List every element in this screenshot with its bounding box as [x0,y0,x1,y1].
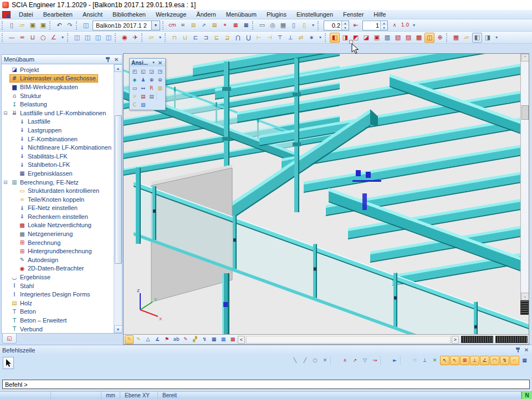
close-icon[interactable]: ✕ [113,57,120,63]
tree-expander-icon[interactable]: ⊟ [3,180,9,185]
activity-tool-icon[interactable]: ◫ [424,33,434,43]
docked-bar-2[interactable] [495,336,528,343]
separator[interactable] [400,356,410,365]
area-tool-icon[interactable]: ▽ [360,356,370,365]
tree-item[interactable]: I Stahl [2,282,113,290]
toolbar-overflow-icon[interactable]: ▾ [310,21,316,30]
view-front-icon[interactable]: ◱ [139,68,147,75]
cursor-mode-icon[interactable]: ► [390,356,400,365]
snap-midpoint-icon[interactable]: ↖ [440,356,449,365]
scroll-right-icon[interactable]: > [452,336,459,344]
document-icon[interactable]: ▯ [289,21,299,30]
toolbar-overflow-icon[interactable]: ▾ [493,33,500,43]
new-document-icon[interactable]: ▯ [7,21,17,30]
tree-item[interactable]: ▤ Holz [2,299,113,308]
load-draw-icon[interactable]: ✎ [181,335,190,344]
tree-item[interactable]: T Beton [2,308,113,316]
table-results-icon[interactable]: ▦ [241,21,251,30]
view-top-icon[interactable]: ◳ [156,68,164,75]
menu-item[interactable]: Bearbeiten [38,11,78,18]
open-folder-icon[interactable]: ▱ [146,33,156,43]
tree-item[interactable]: ⇓ LF-Kombinationen [2,135,113,144]
snap-intersection-icon[interactable]: ⊠ [460,356,469,365]
activity-tool-icon[interactable]: ▣ [372,33,382,43]
section-display-icon[interactable]: ▦ [219,335,228,344]
paste-special-icon[interactable]: ◫ [104,33,114,43]
menubaum-tab[interactable]: ◱ [2,334,17,344]
tree-item[interactable]: ∞ Teile/Knoten koppeln [2,195,113,204]
tree-item[interactable]: # Linienraster und Geschosse [2,74,113,83]
load-scale-icon[interactable]: ⇤ [351,21,361,30]
window-split-icon[interactable]: ◫ [81,21,91,30]
separator[interactable] [380,356,390,365]
save-all-icon[interactable]: ▣ [38,21,48,30]
export-icon[interactable]: ⇗ [199,21,209,30]
tree-item[interactable]: ⇓ Lastfälle [2,117,113,126]
dropdown-arrow-icon[interactable]: ▼ [151,21,160,30]
engineering-report-icon[interactable]: ▦ [231,21,241,30]
menu-item[interactable]: Ändern [191,11,221,18]
modeling-tool-icon[interactable]: ⊓ [170,33,180,43]
separator[interactable] [156,93,164,100]
save-icon[interactable]: ▣ [28,21,38,30]
viewport-hscrollbar[interactable] [246,336,451,344]
undo-icon[interactable]: ↶ [54,21,64,30]
rendering-icon[interactable]: ▨ [139,101,147,109]
view-parameters-locked-icon[interactable]: ▤ [148,93,156,100]
modeling-tool-icon[interactable]: ⊢ [254,33,264,43]
pin-icon[interactable] [105,57,111,63]
close-icon[interactable]: ✕ [157,60,163,66]
circle-snap-icon[interactable]: ○ [310,356,320,365]
load-scale-spinner[interactable]: 0.2 ▲▼ [324,21,349,30]
spinner-arrows[interactable]: ▲▼ [380,21,387,30]
tree-item[interactable]: ✎ Autodesign [2,255,113,264]
labels-icon[interactable]: ab [172,335,181,344]
fly-view-icon[interactable]: ✈ [130,33,140,43]
angle-display-icon[interactable]: ∡ [153,335,162,344]
dimension-line-icon[interactable]: = [17,33,27,43]
tree-item[interactable]: ⌂ Struktur [2,91,113,100]
spinner-arrows[interactable]: ▲▼ [341,21,349,30]
snap-length-icon[interactable]: ⌐ [510,356,519,365]
tree-item[interactable]: ▩ Lokale Netzverdichtung [2,221,113,230]
activity-tool-icon[interactable]: ▩ [414,33,424,43]
move-tool-icon[interactable]: ↗ [350,356,360,365]
layers-icon[interactable]: ≡ [178,21,188,30]
3d-model-view[interactable]: Z X Y Ansi... ▼ ✕ ◰◱◲◳◈♟⊕⊖▭↔R▥☼▤▤C▨ [124,54,529,334]
modeling-tool-icon[interactable]: ⊏ [191,33,201,43]
modeling-tool-icon[interactable]: ⊒ [222,33,232,43]
viewport-vscrollbar[interactable]: ⌃ ⌄ [520,54,529,300]
pin-icon[interactable] [515,347,521,353]
walk-through-icon[interactable]: ♟ [139,76,147,84]
node-tool-icon[interactable]: ∧ [340,356,350,365]
docked-bar-vertical[interactable] [520,300,529,315]
activity-tool-icon[interactable]: ◨ [340,33,350,43]
menu-item[interactable]: Einstellungen [291,11,338,18]
snap-percent-icon[interactable]: ↯ [500,356,509,365]
modeling-tool-icon[interactable]: ⇄ [296,33,306,43]
project-dropdown[interactable]: Balkon1b 2017.1 2 ▼ [93,21,160,30]
zoom-out-icon[interactable]: ⊖ [156,76,164,84]
tree-item[interactable]: ▦ Ergebnisklassen [2,169,113,178]
table-composer-icon[interactable]: ▦ [278,21,288,30]
modeling-tool-icon[interactable]: ⊑ [212,33,222,43]
grid-settings-icon[interactable]: ▩ [228,335,237,344]
scroll-left-icon[interactable]: < [238,336,245,344]
scroll-up-icon[interactable]: ▲ [114,64,122,72]
redo-icon[interactable]: ↷ [65,21,75,30]
tree-item[interactable]: T Beton – Erweitert [2,316,113,325]
print-data-icon[interactable]: ▦ [451,33,461,43]
close-icon[interactable]: ✕ [523,347,530,353]
edit-pencil-icon[interactable]: ✎ [125,335,134,344]
view-direction-icon[interactable]: ◈ [131,76,139,84]
zoom-in-icon[interactable]: ⊕ [148,76,156,84]
tree-item[interactable]: I Integriertes Design Forms [2,290,113,299]
clip-box-icon[interactable]: ▥ [156,84,164,92]
snap-tangent-icon[interactable]: ∠ [480,356,489,365]
modeling-tool-icon[interactable]: ⊥ [285,33,295,43]
tree-item[interactable]: ◡ Ergebnisse [2,273,113,282]
print-icon[interactable]: ▭ [257,21,267,30]
tree-item[interactable]: ⊟ ▥ Berechnung, FE-Netz [2,178,113,187]
scroll-thumb[interactable] [521,105,529,120]
activity-tool-icon[interactable]: ▨ [403,33,413,43]
